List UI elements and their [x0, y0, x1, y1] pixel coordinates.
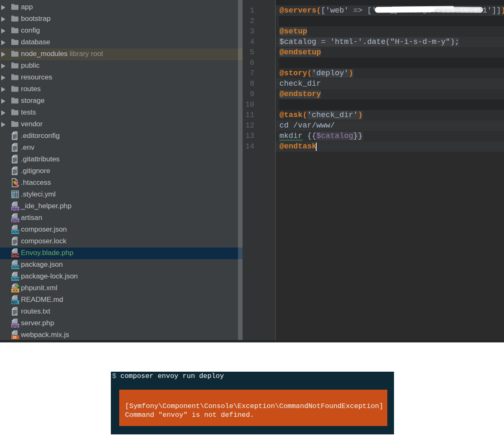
svg-text:<>: <> [13, 288, 18, 293]
svg-text:JSON: JSON [11, 230, 19, 233]
svg-text:JS: JS [12, 335, 17, 339]
svg-text:php: php [12, 324, 19, 328]
svg-text:JSON: JSON [11, 277, 19, 280]
svg-text:MD: MD [12, 300, 17, 304]
svg-text:JSON: JSON [11, 265, 19, 268]
svg-text:php: php [12, 218, 19, 222]
svg-text:php: php [12, 207, 19, 211]
